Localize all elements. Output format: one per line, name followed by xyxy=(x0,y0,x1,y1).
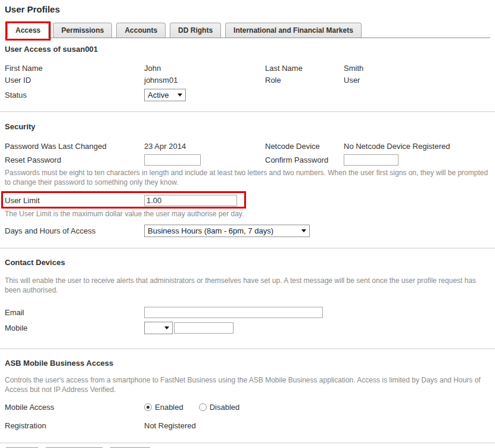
section-divider xyxy=(0,349,495,349)
contact-devices-help-text: This will enable the user to receive ale… xyxy=(5,276,490,295)
password-last-changed-label: Password Was Last Changed xyxy=(5,142,144,151)
mobile-access-disabled-label: Disabled xyxy=(210,403,240,412)
mobile-access-disabled-option[interactable]: Disabled xyxy=(199,403,240,412)
role-value: User xyxy=(344,76,490,85)
tab-accounts[interactable]: Accounts xyxy=(116,23,166,38)
mobile-label: Mobile xyxy=(5,323,144,332)
reset-password-label: Reset Password xyxy=(5,155,144,164)
netcode-device-value: No Netcode Device Registered xyxy=(344,142,490,151)
tab-international-financial-markets-label: International and Financial Markets xyxy=(234,26,353,35)
user-limit-label: User Limit xyxy=(5,196,144,205)
mobile-country-code-select[interactable] xyxy=(144,322,173,334)
user-profiles-page: User Profiles Access Permissions Account… xyxy=(0,0,495,448)
footer-divider xyxy=(0,443,495,443)
last-name-value: Smith xyxy=(344,64,490,73)
password-last-changed-value: 23 Apr 2014 xyxy=(144,142,265,151)
role-label: Role xyxy=(265,76,344,85)
mobile-access-radio-group: Enabled Disabled xyxy=(144,403,239,412)
dropdown-arrow-icon xyxy=(164,326,169,329)
section-divider xyxy=(0,111,495,112)
tab-international-financial-markets[interactable]: International and Financial Markets xyxy=(225,23,362,38)
contact-devices-heading: Contact Devices xyxy=(5,258,490,267)
dropdown-arrow-icon xyxy=(301,229,306,232)
last-name-label: Last Name xyxy=(265,64,344,73)
tab-dd-rights[interactable]: DD Rights xyxy=(170,23,221,38)
tab-accounts-label: Accounts xyxy=(124,26,157,35)
status-select[interactable]: Active xyxy=(144,89,186,101)
email-label: Email xyxy=(5,308,144,317)
tab-dd-rights-label: DD Rights xyxy=(178,26,213,35)
email-input[interactable] xyxy=(144,307,323,318)
confirm-password-input[interactable] xyxy=(344,154,399,166)
status-select-value: Active xyxy=(148,91,169,99)
user-limit-input[interactable] xyxy=(144,195,237,206)
first-name-value: John xyxy=(144,64,265,73)
mobile-access-enabled-radio[interactable] xyxy=(144,403,152,411)
security-heading: Security xyxy=(5,122,490,131)
mobile-access-enabled-option[interactable]: Enabled xyxy=(144,403,183,412)
page-title: User Profiles xyxy=(5,0,490,14)
asb-mobile-heading: ASB Mobile Business Access xyxy=(5,359,490,368)
tab-permissions-label: Permissions xyxy=(61,26,104,35)
user-id-value: johnsm01 xyxy=(144,76,265,85)
asb-mobile-help-text: Controls the user's access from a smartp… xyxy=(5,375,490,394)
days-hours-select[interactable]: Business Hours (8am - 6pm, 7 days) xyxy=(144,225,310,237)
mobile-access-label: Mobile Access xyxy=(5,403,144,412)
mobile-access-enabled-label: Enabled xyxy=(155,403,183,412)
netcode-device-label: Netcode Device xyxy=(265,142,344,151)
password-help-text: Passwords must be eight to ten character… xyxy=(5,168,490,187)
user-access-heading: User Access of susan001 xyxy=(5,45,490,54)
status-label: Status xyxy=(5,91,144,99)
mobile-number-input[interactable] xyxy=(174,322,234,334)
mobile-access-disabled-radio[interactable] xyxy=(199,403,207,411)
tab-access[interactable]: Access xyxy=(7,23,49,38)
days-hours-select-value: Business Hours (8am - 6pm, 7 days) xyxy=(148,226,273,235)
tab-access-label: Access xyxy=(15,26,41,35)
user-limit-help-text: The User Limit is the maximum dollar val… xyxy=(5,209,490,219)
user-id-label: User ID xyxy=(5,76,144,85)
registration-value: Not Registered xyxy=(144,421,196,430)
days-hours-label: Days and Hours of Access xyxy=(5,226,144,235)
section-divider xyxy=(0,248,495,248)
confirm-password-label: Confirm Password xyxy=(265,155,344,164)
tab-bar: Access Permissions Accounts DD Rights In… xyxy=(5,22,490,38)
first-name-label: First Name xyxy=(5,64,144,73)
tab-permissions[interactable]: Permissions xyxy=(53,23,112,38)
reset-password-input[interactable] xyxy=(144,154,201,166)
registration-label: Registration xyxy=(5,421,144,430)
dropdown-arrow-icon xyxy=(178,94,182,97)
